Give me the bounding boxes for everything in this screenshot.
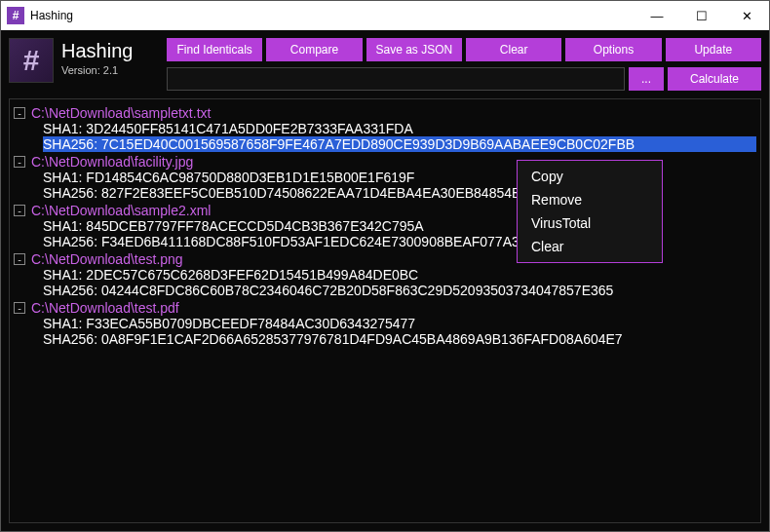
- titlebar: # Hashing — ☐ ✕: [1, 1, 769, 30]
- collapse-icon[interactable]: -: [14, 253, 25, 265]
- update-button[interactable]: Update: [666, 38, 761, 61]
- app-name: Hashing: [61, 40, 159, 62]
- context-remove[interactable]: Remove: [518, 188, 662, 211]
- app-logo: #: [9, 38, 54, 83]
- hash-tree[interactable]: -C:\NetDownload\sampletxt.txtSHA1: 3D244…: [9, 98, 761, 523]
- app-window: # Hashing — ☐ ✕ # Hashing Version: 2.1 F…: [0, 0, 770, 532]
- browse-button[interactable]: ...: [629, 67, 664, 91]
- save-json-button[interactable]: Save as JSON: [366, 38, 462, 61]
- window-title: Hashing: [30, 9, 635, 22]
- toolbar-buttons: Find Identicals Compare Save as JSON Cle…: [167, 38, 761, 61]
- hash-line[interactable]: SHA256: 7C15ED40C001569587658F9FE467A7ED…: [43, 136, 756, 152]
- collapse-icon[interactable]: -: [14, 156, 25, 168]
- hash-line[interactable]: SHA1: 2DEC57C675C6268D3FEF62D15451B499A8…: [43, 267, 756, 283]
- hash-line[interactable]: SHA1: F33ECA55B0709DBCEEDF78484AC30D6343…: [43, 316, 756, 331]
- maximize-button[interactable]: ☐: [679, 1, 724, 30]
- file-path[interactable]: C:\NetDownload\test.png: [31, 251, 183, 267]
- app-version: Version: 2.1: [61, 64, 159, 76]
- clear-button[interactable]: Clear: [466, 38, 561, 61]
- minimize-button[interactable]: —: [635, 1, 679, 30]
- collapse-icon[interactable]: -: [14, 107, 25, 119]
- app-icon: #: [7, 7, 24, 24]
- hash-line[interactable]: SHA256: 04244C8FDC86C60B78C2346046C72B20…: [43, 283, 756, 298]
- file-header[interactable]: -C:\NetDownload\sampletxt.txt: [14, 105, 756, 121]
- close-button[interactable]: ✕: [724, 1, 769, 30]
- app-name-block: Hashing Version: 2.1: [61, 38, 159, 76]
- header-row: # Hashing Version: 2.1 Find Identicals C…: [1, 30, 769, 95]
- collapse-icon[interactable]: -: [14, 205, 25, 216]
- input-row: ... Calculate: [167, 67, 761, 91]
- context-menu: Copy Remove VirusTotal Clear: [517, 160, 663, 263]
- collapse-icon[interactable]: -: [14, 302, 25, 314]
- path-input[interactable]: [167, 67, 625, 91]
- context-virustotal[interactable]: VirusTotal: [518, 211, 662, 235]
- app-body: # Hashing Version: 2.1 Find Identicals C…: [1, 30, 769, 531]
- context-copy[interactable]: Copy: [518, 165, 662, 188]
- window-controls: — ☐ ✕: [635, 1, 769, 30]
- find-identicals-button[interactable]: Find Identicals: [167, 38, 262, 61]
- hash-line[interactable]: SHA256: 0A8F9F1E1CAF2D66A65285377976781D…: [43, 331, 756, 347]
- file-header[interactable]: -C:\NetDownload\test.pdf: [14, 300, 756, 316]
- file-path[interactable]: C:\NetDownload\sample2.xml: [31, 203, 211, 218]
- hash-line[interactable]: SHA1: 3D24450FF85141C471A5DD0FE2B7333FAA…: [43, 121, 756, 136]
- file-node: -C:\NetDownload\sampletxt.txtSHA1: 3D244…: [14, 105, 756, 152]
- compare-button[interactable]: Compare: [266, 38, 362, 61]
- toolbar: Find Identicals Compare Save as JSON Cle…: [167, 38, 761, 91]
- calculate-button[interactable]: Calculate: [668, 67, 761, 91]
- file-path[interactable]: C:\NetDownload\facility.jpg: [31, 154, 193, 170]
- file-node: -C:\NetDownload\test.pdfSHA1: F33ECA55B0…: [14, 300, 756, 347]
- options-button[interactable]: Options: [565, 38, 661, 61]
- file-path[interactable]: C:\NetDownload\sampletxt.txt: [31, 105, 211, 121]
- context-clear[interactable]: Clear: [518, 235, 662, 258]
- file-path[interactable]: C:\NetDownload\test.pdf: [31, 300, 179, 316]
